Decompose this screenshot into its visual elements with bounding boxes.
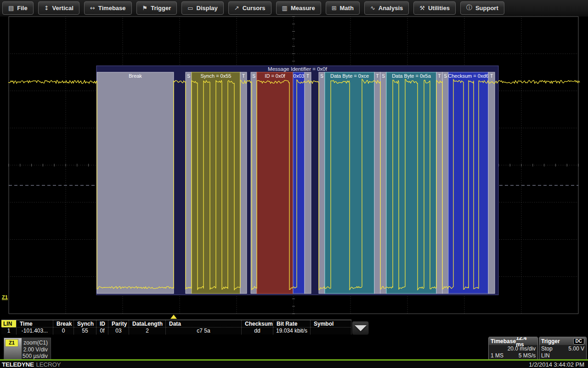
decode-field-synch-label: Synch = 0x55 xyxy=(201,73,232,79)
decode-field-t xyxy=(374,72,380,293)
descriptor-vertical-scale: 2.00 V/div xyxy=(23,346,48,353)
table-header-id: ID xyxy=(96,320,108,328)
descriptor-horizontal-scale: 500 µs/div xyxy=(23,353,48,359)
table-column-synch: Synch55 xyxy=(74,320,96,334)
table-column-parity: Parity03 xyxy=(108,320,129,334)
trigger-label: Trigger xyxy=(541,338,560,345)
decode-field-0x03 xyxy=(293,72,305,293)
timebase-scale: 20.0 ms/div xyxy=(508,345,536,352)
decode-field-s xyxy=(186,72,192,293)
decode-field-t-label: T xyxy=(438,74,441,79)
decode-field-data-label: Data Byte = 0xce xyxy=(330,73,369,79)
table-cell-checksum[interactable]: dd xyxy=(242,328,273,334)
trigger-mode: Stop xyxy=(541,345,553,352)
trigger-level: 5.00 V xyxy=(568,345,584,352)
decode-field-t xyxy=(436,72,442,293)
decode-field-t xyxy=(488,72,495,293)
table-column-datalength: DataLength2 xyxy=(129,320,166,334)
decode-field-t-label: T xyxy=(490,74,493,79)
descriptor-source: zoom(C1) xyxy=(23,339,48,346)
decode-field-t-label: T xyxy=(306,74,309,79)
decode-field-0x03-label: 0x03 xyxy=(294,73,305,79)
table-cell-parity[interactable]: 03 xyxy=(108,328,129,334)
table-column-bit-rate: Bit Rate19.034 kbit/s xyxy=(273,320,311,334)
z1-axis-label: Z1 xyxy=(2,294,8,300)
decode-field-break xyxy=(97,72,174,293)
decode-field-s-label: S xyxy=(187,74,190,79)
table-header-data: Data xyxy=(166,320,241,328)
table-header-lin: LIN xyxy=(1,320,16,328)
table-cell-datalength[interactable]: 2 xyxy=(129,328,165,334)
brand-logo-secondary: LECROY xyxy=(36,361,61,368)
decode-field-break-label: Break xyxy=(129,73,142,79)
table-header-checksum: Checksum xyxy=(242,320,273,328)
timebase-panel[interactable]: Timebase 12.4 ms 20.0 ms/div 1 MS 5 MS/s xyxy=(488,337,538,360)
timebase-label: Timebase xyxy=(491,338,516,345)
decode-field-s-label: S xyxy=(382,74,385,79)
table-column-break: Break0 xyxy=(53,320,74,334)
decode-field-s xyxy=(319,72,325,293)
table-collapse-button[interactable] xyxy=(352,321,369,335)
decode-field-s-label: S xyxy=(252,74,255,79)
z1-trace-descriptor[interactable]: Z1 zoom(C1) 2.00 V/div 500 µs/div xyxy=(4,338,51,360)
table-cell-data[interactable]: c7 5a xyxy=(166,328,241,334)
timebase-samples: 1 MS xyxy=(491,352,503,359)
decode-field-t-label: T xyxy=(376,74,379,79)
table-header-time: Time xyxy=(17,320,53,328)
decode-field-s-label: S xyxy=(444,74,447,79)
table-header-parity: Parity xyxy=(108,320,129,328)
decode-field-s xyxy=(442,72,448,293)
table-cell-synch[interactable]: 55 xyxy=(74,328,96,334)
brand-logo: TELEDYNE xyxy=(2,361,34,368)
table-cell-id[interactable]: 0f xyxy=(96,328,108,334)
table-cell-break[interactable]: 0 xyxy=(53,328,74,334)
table-column-checksum: Checksumdd xyxy=(242,320,273,334)
table-cell-lin[interactable]: 1 xyxy=(1,328,16,334)
status-bar: TELEDYNE LECROY 1/2/2014 3:44:02 PM xyxy=(0,361,588,368)
table-column-data: Datac7 5a xyxy=(166,320,242,334)
z1-badge: Z1 xyxy=(5,339,18,347)
table-header-symbol: Symbol xyxy=(311,320,351,328)
table-cell-symbol[interactable] xyxy=(311,328,351,334)
decode-field-t-label: T xyxy=(242,74,245,79)
table-header-bit-rate: Bit Rate xyxy=(273,320,310,328)
decode-field-t xyxy=(305,72,311,293)
chevron-down-icon xyxy=(355,325,367,331)
waveform-display[interactable]: Message Identifier = 0x0fBreakSSynch = 0… xyxy=(0,0,588,320)
decode-field-data-label: Data Byte = 0x5a xyxy=(392,73,431,79)
decode-field-id xyxy=(257,72,293,293)
decode-field-s-label: S xyxy=(320,74,323,79)
decode-field-t xyxy=(240,72,247,293)
decode-field-checksum-label: Checksum = 0xd6 xyxy=(448,73,488,79)
table-cell-bit-rate[interactable]: 19.034 kbit/s xyxy=(273,328,310,334)
table-cell-time[interactable]: -101.403... xyxy=(17,328,53,334)
table-header-datalength: DataLength xyxy=(129,320,165,328)
trigger-coupling-badge: DC xyxy=(573,338,584,345)
table-column-lin: LIN1 xyxy=(1,320,17,334)
table-header-synch: Synch xyxy=(74,320,96,328)
message-identifier-label: Message Identifier = 0x0f xyxy=(268,66,328,72)
table-column-symbol: Symbol xyxy=(311,320,351,334)
trigger-position-marker[interactable] xyxy=(170,315,177,319)
trigger-type: LIN xyxy=(541,352,550,359)
decode-field-data xyxy=(386,72,436,293)
clock: 1/2/2014 3:44:02 PM xyxy=(529,361,584,368)
table-column-time: Time-101.403... xyxy=(17,320,53,334)
decode-field-s xyxy=(380,72,386,293)
trigger-panel[interactable]: Trigger DC Stop 5.00 V LIN xyxy=(539,337,587,360)
decode-field-id-label: ID = 0x0f xyxy=(265,73,285,79)
decode-result-table[interactable]: LIN1Time-101.403...Break0Synch55ID0fPari… xyxy=(1,320,351,334)
table-column-id: ID0f xyxy=(96,320,108,334)
timebase-rate: 5 MS/s xyxy=(519,352,536,359)
table-header-break: Break xyxy=(53,320,74,328)
